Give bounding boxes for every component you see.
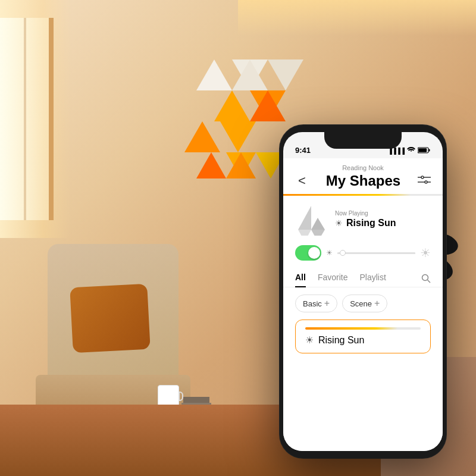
now-playing-info: Now Playing ☀ Rising Sun bbox=[335, 210, 431, 228]
svg-point-11 bbox=[421, 176, 424, 178]
phone-body: 9:41 ▐▐▐▐ Reading Nook < bbox=[280, 125, 446, 458]
phone-screen: 9:41 ▐▐▐▐ Reading Nook < bbox=[283, 132, 443, 451]
nano-panel-8 bbox=[184, 121, 220, 152]
now-playing-section: Now Playing ☀ Rising Sun bbox=[283, 196, 443, 243]
nano-panel-10 bbox=[196, 152, 226, 178]
tab-favorite[interactable]: Favorite bbox=[318, 273, 348, 287]
phone-device: 9:41 ▐▐▐▐ Reading Nook < bbox=[280, 125, 446, 458]
nano-panel-1 bbox=[196, 60, 232, 90]
header-row: < My Shapes bbox=[295, 173, 431, 189]
app-header: Reading Nook < My Shapes bbox=[283, 158, 443, 194]
back-button[interactable]: < bbox=[295, 173, 309, 189]
chip-scene-label: Scene bbox=[350, 299, 372, 308]
tab-all[interactable]: All bbox=[295, 273, 306, 287]
scene-item-name-row: ☀ Rising Sun bbox=[305, 334, 421, 346]
nano-panel-5 bbox=[214, 90, 250, 121]
chip-basic-label: Basic bbox=[303, 299, 322, 308]
brightness-icon-high: ☀ bbox=[420, 246, 431, 260]
nanoleaf-wall-panels bbox=[173, 60, 292, 190]
chair-cushion bbox=[70, 284, 151, 353]
chip-basic-plus: + bbox=[324, 298, 330, 309]
svg-marker-20 bbox=[311, 230, 325, 236]
svg-point-12 bbox=[425, 181, 427, 183]
svg-marker-19 bbox=[298, 230, 311, 236]
tab-playlist[interactable]: Playlist bbox=[359, 273, 386, 287]
svg-rect-10 bbox=[418, 148, 427, 152]
window-divider bbox=[24, 18, 26, 220]
window-frame bbox=[0, 18, 54, 220]
app-content: Reading Nook < My Shapes bbox=[283, 158, 443, 451]
nano-panel-4 bbox=[268, 60, 303, 90]
brightness-row: ☀ ☀ bbox=[283, 243, 443, 268]
svg-point-21 bbox=[422, 275, 428, 281]
brightness-icon-low: ☀ bbox=[326, 249, 333, 257]
svg-marker-17 bbox=[298, 206, 311, 230]
toggle-knob bbox=[308, 247, 320, 259]
now-playing-label: Now Playing bbox=[335, 210, 431, 217]
chip-basic[interactable]: Basic + bbox=[295, 295, 337, 312]
svg-line-22 bbox=[428, 280, 431, 283]
svg-marker-18 bbox=[311, 218, 325, 230]
wifi-icon bbox=[407, 146, 415, 155]
filter-button[interactable] bbox=[418, 174, 431, 188]
brightness-slider[interactable] bbox=[337, 252, 415, 254]
chip-scene-plus: + bbox=[374, 298, 380, 309]
header-subtitle: Reading Nook bbox=[295, 164, 431, 171]
chip-scene[interactable]: Scene + bbox=[342, 295, 387, 312]
scene-item-color-bar bbox=[305, 327, 421, 330]
phone-notch bbox=[324, 132, 402, 149]
nano-shape-preview bbox=[295, 203, 328, 236]
svg-rect-9 bbox=[429, 149, 430, 151]
scene-list-item[interactable]: ☀ Rising Sun bbox=[295, 320, 431, 353]
now-playing-name: Rising Sun bbox=[346, 218, 396, 228]
scene-sun-icon: ☀ bbox=[305, 334, 314, 346]
book-top bbox=[183, 397, 209, 403]
search-icon[interactable] bbox=[421, 274, 431, 286]
scene-name: Rising Sun bbox=[318, 335, 364, 346]
mug-handle bbox=[178, 392, 183, 401]
page-title: My Shapes bbox=[309, 173, 418, 189]
nano-panel-9 bbox=[220, 121, 256, 152]
wall-top-light bbox=[238, 0, 476, 36]
battery-icon bbox=[418, 147, 431, 155]
now-playing-name-row: ☀ Rising Sun bbox=[335, 218, 431, 228]
status-time: 9:41 bbox=[295, 146, 311, 155]
category-row: Basic + Scene + bbox=[283, 287, 443, 320]
sun-icon: ☀ bbox=[335, 218, 343, 228]
power-toggle[interactable] bbox=[295, 245, 321, 261]
tabs-row: All Favorite Playlist bbox=[283, 268, 443, 287]
